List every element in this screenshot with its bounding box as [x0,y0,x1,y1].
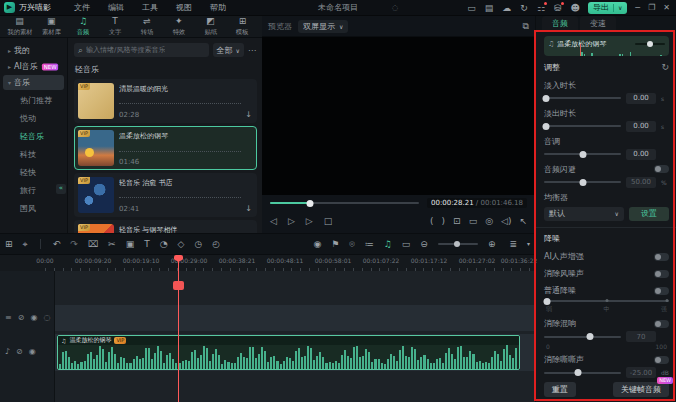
sidebar-collapse-button[interactable]: « [56,184,66,194]
activity-icon[interactable]: ⚏ [537,3,545,13]
playhead-handle[interactable] [173,281,184,290]
snap-toggle[interactable]: ⌖ [23,240,28,249]
normal-denoise-toggle[interactable] [654,287,669,295]
hiss-removal-toggle[interactable] [654,356,669,364]
subitem-hot[interactable]: 热门推荐 [0,91,67,109]
render-preview-button[interactable]: ◉ [313,240,321,249]
record-voiceover-button[interactable]: ⌾ [349,240,354,249]
zoom-in-button[interactable]: ⊕ [488,240,496,249]
pitch-slider[interactable] [544,153,621,155]
freeze-frame-button[interactable]: ◷ [194,240,202,249]
playhead-line[interactable] [178,255,179,402]
maximize-button[interactable]: ❐ [648,3,655,12]
video-track-lane[interactable] [55,305,535,331]
equalizer-settings-button[interactable]: 设置 [629,207,669,221]
quick-text-button[interactable]: T [144,240,150,249]
track-mute-icon[interactable]: ◌ [43,313,50,322]
normal-denoise-slider[interactable] [544,300,669,302]
menu-tools[interactable]: 工具 [142,2,158,13]
audio-mixer-button[interactable]: ≔ [365,240,374,249]
tab-transitions[interactable]: ⇌转场 [131,16,162,37]
filter-dropdown[interactable]: 全部 ∨ [213,43,244,57]
track-hide-icon[interactable]: ◉ [30,313,37,322]
music-item-selected[interactable]: VIP 温柔放松的钢琴 01:46 [74,126,257,170]
ducking-slider[interactable] [544,181,621,183]
equalizer-preset-dropdown[interactable]: 默认 ∨ [544,207,624,221]
wind-removal-toggle[interactable] [654,270,669,278]
export-chevron-icon[interactable]: ∨ [618,4,622,11]
detach-preview-icon[interactable]: ⧉ [523,22,529,31]
menu-view[interactable]: 视图 [176,2,192,13]
pitch-value[interactable]: 0.00 [626,149,656,160]
audio-keyframe-button[interactable]: 关键帧音频 NEW [613,382,669,397]
keyframe-button[interactable]: ◇ [178,240,185,249]
tab-audio-properties[interactable]: 音频 [542,16,578,31]
fade-in-value[interactable]: 0.00 [626,93,656,104]
export-button[interactable]: 导出 ∨ [588,2,627,14]
reverb-removal-toggle[interactable] [654,320,669,328]
sidebar-item-mine[interactable]: ▸我的 [3,43,64,58]
tab-stickers[interactable]: ◩贴纸 [195,16,226,37]
track-height-button[interactable]: ≣ [509,240,517,249]
snapshot-button[interactable]: ◎ [485,217,493,226]
subitem-tech[interactable]: 科技 [0,145,67,163]
sidebar-item-ai-music[interactable]: ▸AI音乐NEW [3,59,64,74]
auto-ripple-button[interactable]: ▭ [402,240,411,249]
menu-help[interactable]: 帮助 [210,2,226,13]
track-options-icon[interactable]: ≡ [5,313,12,322]
reset-button[interactable]: 重置 [544,382,576,397]
tab-text[interactable]: T文字 [100,16,131,37]
more-options-button[interactable]: ⋯ [248,46,257,55]
hiss-removal-knob[interactable] [574,369,581,376]
ducking-toggle[interactable] [654,165,669,173]
cloud-icon[interactable]: ☁ [502,3,511,13]
sidebar-item-music[interactable]: ▾音乐 [3,75,64,90]
music-item[interactable]: VIP 轻音乐 与钢琴相伴 02:02↓ [74,220,257,233]
ducking-knob[interactable] [579,179,586,186]
fade-in-knob[interactable] [542,95,549,102]
crop-button[interactable]: ▣ [126,240,135,249]
menu-edit[interactable]: 编辑 [108,2,124,13]
minimize-button[interactable]: ─ [635,3,640,12]
tab-speed[interactable]: 变速 [580,16,616,31]
speed-button[interactable]: ◔ [160,240,168,249]
download-icon[interactable]: ↓ [245,110,252,119]
track-mute-icon[interactable]: ◉ [29,347,36,356]
fade-out-knob[interactable] [542,123,549,130]
marker-flag-button[interactable]: ⚑ [331,240,339,249]
zoom-out-button[interactable]: ⊖ [420,240,428,249]
marker-clock-button[interactable]: ◴ [212,240,220,249]
redo-button[interactable]: ↷ [70,240,78,249]
mark-in-button[interactable]: ( [430,217,434,226]
next-frame-button[interactable]: ▷ [306,217,313,226]
audio-clip[interactable]: ♫ 温柔放松的钢琴 VIP [57,335,520,370]
video-viewport[interactable] [262,37,535,195]
timeline-ruler[interactable]: 00:00 00:00:09:20 00:00:19:10 00:00:29:0… [0,255,535,271]
music-item[interactable]: VIP 清晨温暖的阳光 02:28↓ [74,79,257,123]
track-more-chevron-icon[interactable]: ▾ [527,241,530,247]
music-item[interactable]: VIP 轻音乐 治愈 书店 02:41↓ [74,173,257,217]
fit-screen-button[interactable]: ▭ [469,217,478,226]
zoom-knob[interactable] [454,241,460,247]
subitem-chinese-style[interactable]: 国风 [0,199,67,217]
beat-detection-button[interactable]: ♫ [384,240,392,249]
tab-stock-media[interactable]: ▣素材库 [36,16,67,37]
subitem-light-music[interactable]: 轻音乐 [0,127,67,145]
save-icon[interactable]: ▤ [485,3,494,13]
reverb-removal-knob[interactable] [587,333,594,340]
pitch-knob[interactable] [579,151,586,158]
delete-button[interactable]: ⌧ [88,240,98,249]
media-panel-toggle[interactable]: ⊞ [5,240,13,249]
search-input[interactable]: ⌕ 输入情绪/风格等搜索音乐 [74,43,209,57]
seek-slider[interactable] [270,202,419,204]
audio-clip-card[interactable]: ♫ 温柔放松的钢琴 [544,36,669,56]
reset-icon[interactable]: ↻ [661,62,669,72]
stop-button[interactable]: □ [324,217,333,226]
split-button[interactable]: ✂ [108,240,116,249]
track-lock-icon[interactable]: ⊘ [16,347,23,356]
ai-voice-toggle[interactable] [654,253,669,261]
fade-in-slider[interactable] [544,97,621,99]
prev-frame-button[interactable]: ◁ [270,217,277,226]
cart-icon[interactable]: ⛁ [554,3,562,13]
undo-button[interactable]: ↶ [53,240,61,249]
